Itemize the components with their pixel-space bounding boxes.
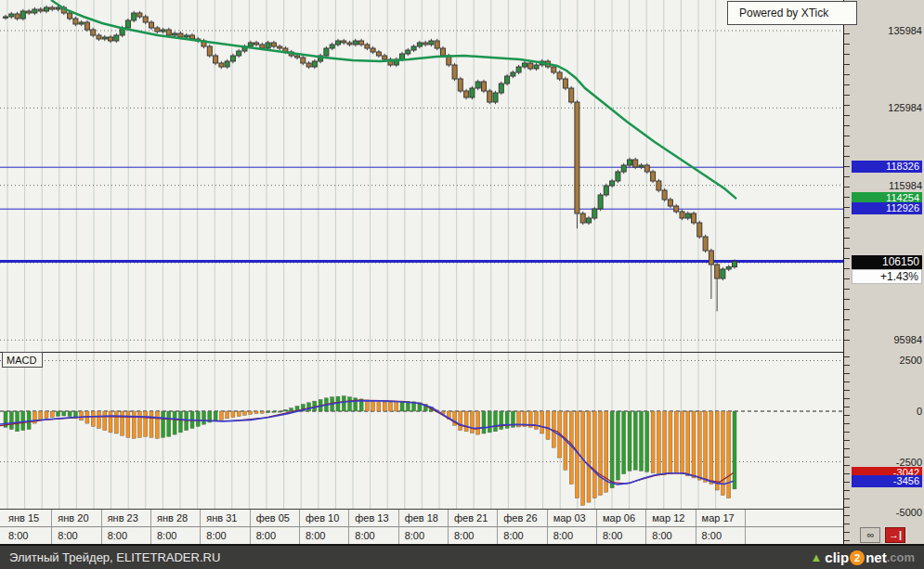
price-panel-chart[interactable]	[0, 0, 843, 352]
date-label: фев 05	[251, 510, 300, 526]
macd-axis-tick	[844, 507, 850, 508]
price-axis-tick	[844, 207, 850, 208]
price-axis-tick	[844, 84, 850, 85]
link-icon[interactable]: ∞	[860, 527, 880, 543]
macd-axis-tick	[844, 381, 850, 382]
logo-clip-text: clip	[825, 550, 849, 565]
status-bar-text: Элитный Трейдер, ELITETRADER.RU	[9, 550, 220, 564]
price-axis-label: 125984	[851, 102, 922, 113]
macd-axis-tick	[844, 432, 850, 433]
macd-axis-tick	[844, 398, 850, 399]
date-label: янв 31	[201, 510, 250, 526]
time-label: 8:00	[251, 527, 300, 544]
price-axis-tick	[844, 217, 850, 218]
time-label: 8:00	[696, 527, 746, 544]
logo-com-text: .com	[887, 550, 915, 564]
macd-axis-tick	[844, 373, 850, 374]
price-axis-tick	[844, 146, 850, 147]
macd-axis-tick	[844, 407, 850, 407]
clip2net-logo[interactable]: ▲ clip 2 net .com	[810, 550, 915, 565]
price-axis-label: 95984	[851, 334, 922, 345]
macd-axis-tick	[844, 498, 850, 499]
macd-axis-tick	[844, 448, 850, 449]
macd-axis-label: -2500	[851, 457, 922, 468]
macd-axis-tick	[844, 515, 850, 516]
price-axis-tick	[844, 340, 850, 341]
price-axis-tick	[844, 136, 850, 136]
time-label: 8:00	[102, 527, 151, 544]
price-badge-black: 106150	[852, 255, 922, 269]
time-axis-row: 8:008:008:008:008:008:008:008:008:008:00…	[0, 526, 843, 544]
date-label: янв 23	[102, 510, 151, 526]
price-axis-tick	[844, 95, 850, 96]
price-axis-tick	[844, 176, 850, 177]
time-label: 8:00	[449, 527, 498, 544]
time-label: 8:00	[300, 527, 349, 544]
macd-axis-tick	[844, 482, 850, 483]
price-axis-tick	[844, 248, 850, 249]
price-badge-white: +1.43%	[852, 269, 922, 284]
macd-axis-tick	[844, 423, 850, 424]
price-badge-blue: 112926	[852, 202, 922, 214]
date-label: мар 06	[597, 510, 646, 526]
time-label: 8:00	[349, 527, 398, 544]
time-label: 8:00	[597, 527, 646, 544]
time-label: 8:00	[52, 527, 101, 544]
price-badge-blue: 118326	[852, 161, 922, 173]
price-axis-tick	[844, 197, 850, 198]
time-label: 8:00	[548, 527, 597, 544]
macd-panel-chart[interactable]	[0, 353, 843, 510]
time-label: 8:00	[3, 527, 52, 544]
price-axis-tick	[844, 330, 850, 330]
macd-axis-tick	[844, 465, 850, 466]
price-axis-tick	[844, 319, 850, 320]
date-label: фев 13	[349, 510, 398, 526]
macd-axis-tick	[844, 365, 850, 366]
macd-axis-tick	[844, 440, 850, 441]
time-label: 8:00	[151, 527, 201, 544]
macd-label-text: MACD	[7, 355, 36, 366]
price-axis-tick	[844, 64, 850, 65]
macd-badge-blue: -3456	[852, 475, 922, 487]
date-label: мар 12	[646, 510, 696, 526]
price-axis-tick	[844, 156, 850, 157]
price-axis-tick	[844, 44, 850, 45]
powered-by-text: Powered by XTick	[739, 6, 828, 19]
date-label: мар 03	[548, 510, 597, 526]
price-axis-tick	[844, 278, 850, 279]
price-axis-tick	[844, 289, 850, 290]
date-label: янв 20	[52, 510, 101, 526]
macd-axis-tick	[844, 356, 850, 357]
date-label: фев 26	[498, 510, 547, 526]
macd-axis-tick	[844, 490, 850, 491]
date-label: фев 21	[449, 510, 498, 526]
price-axis-tick	[844, 227, 850, 228]
price-axis-tick	[844, 238, 850, 239]
price-axis-tick	[844, 309, 850, 310]
price-axis-tick	[844, 187, 850, 188]
price-axis-tick	[844, 54, 850, 55]
price-axis-tick	[844, 166, 850, 167]
macd-axis-label: -5000	[851, 507, 922, 518]
price-axis-tick	[844, 125, 850, 126]
macd-axis-tick	[844, 473, 850, 474]
powered-by-label: Powered by XTick	[727, 1, 857, 25]
macd-axis-tick	[844, 415, 850, 416]
price-axis-label: 135984	[851, 25, 922, 36]
macd-axis-tick	[844, 532, 850, 533]
time-label: 8:00	[498, 527, 547, 544]
macd-indicator-label[interactable]: MACD	[2, 352, 43, 368]
logo-net-text: net	[865, 550, 887, 565]
date-label: янв 15	[3, 510, 52, 526]
price-axis-label: 115984	[851, 180, 922, 191]
price-axis-tick	[844, 33, 850, 34]
date-label: мар 17	[696, 510, 746, 526]
jump-to-end-icon[interactable]: →|	[885, 527, 905, 543]
time-label: 8:00	[399, 527, 449, 544]
date-label: фев 18	[399, 510, 449, 526]
macd-axis-label: 0	[851, 406, 922, 417]
macd-axis-tick	[844, 457, 850, 458]
date-label: янв 28	[151, 510, 201, 526]
chart-plot-area[interactable]: янв 15янв 20янв 23янв 28янв 31фев 05фев …	[0, 0, 844, 544]
macd-axis-label: 2500	[851, 355, 922, 366]
